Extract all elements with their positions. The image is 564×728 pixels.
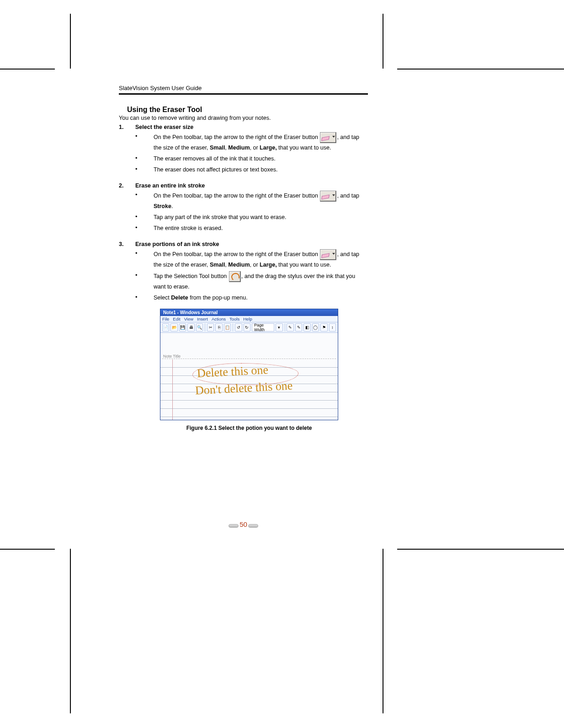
bullet-marker: • — [135, 224, 154, 233]
toolbar-eraser-icon: ◧ — [303, 323, 310, 332]
instruction-steps: 1.Select the eraser size•On the Pen tool… — [119, 124, 368, 302]
content-area: SlateVision System User Guide Using the … — [119, 85, 368, 431]
step-heading: 3.Erase portions of an ink stroke — [119, 241, 368, 247]
bullet-text: On the Pen toolbar, tap the arrow to the… — [154, 132, 368, 152]
crop-mark — [397, 549, 564, 550]
toolbar-cut-icon: ✂ — [207, 323, 214, 332]
indent — [119, 191, 135, 211]
toolbar-lasso-icon: ◯ — [312, 323, 319, 332]
journal-titlebar: Note1 - Windows Journal — [160, 309, 338, 316]
indent — [119, 154, 135, 163]
bullet-text: Tap the Selection Tool button , and the … — [154, 271, 368, 291]
journal-menubar: FileEditViewInsertActionsToolsHelp — [160, 316, 338, 322]
journal-menu-item: Edit — [173, 316, 180, 321]
bullet-text-tail: Select Delete from the pop-up menu. — [154, 294, 248, 301]
indent — [119, 132, 135, 152]
toolbar-find-icon: 🔍 — [196, 323, 203, 332]
step-number: 2. — [119, 182, 135, 189]
journal-menu-item: Tools — [229, 316, 239, 321]
toolbar-flag-icon: ⚑ — [320, 323, 327, 332]
step-title: Erase portions of an ink stroke — [135, 241, 219, 247]
journal-note-title-label: Note Title — [163, 354, 181, 359]
bullet-marker: • — [135, 165, 154, 174]
figure-block: Note1 - Windows Journal FileEditViewInse… — [160, 309, 338, 431]
windows-journal-window: Note1 - Windows Journal FileEditViewInse… — [160, 309, 338, 420]
bullet-text: The eraser removes all of the ink that i… — [154, 154, 368, 163]
bullet-text: The eraser does not affect pictures or t… — [154, 165, 368, 174]
toolbar-new-icon: 📄 — [162, 323, 169, 332]
journal-menu-item: Help — [243, 316, 252, 321]
step-bullet: •The eraser does not affect pictures or … — [119, 165, 368, 174]
step-heading: 1.Select the eraser size — [119, 124, 368, 130]
journal-menu-item: Insert — [197, 316, 208, 321]
indent — [119, 213, 135, 222]
bullet-text-tail: , and the drag the stylus over the ink t… — [154, 273, 355, 290]
toolbar-undo-icon: ↺ — [235, 323, 242, 332]
toolbar-print-icon: 🖶 — [187, 323, 194, 332]
journal-menu-item: View — [184, 316, 193, 321]
eraser-button-icon — [320, 132, 336, 143]
document-page: SlateVision System User Guide Using the … — [0, 0, 564, 728]
bullet-marker: • — [135, 213, 154, 222]
eraser-button-icon — [320, 249, 336, 260]
journal-paper: Note Title Delete this one Don't delete … — [160, 333, 338, 420]
bullet-marker: • — [135, 132, 154, 152]
page-number: 50 — [239, 520, 247, 528]
step-bullet: •The eraser removes all of the ink that … — [119, 154, 368, 163]
toolbar-paste-icon: 📋 — [224, 323, 231, 332]
bullet-marker: • — [135, 271, 154, 291]
bullet-text: Tap any part of the ink stroke that you … — [154, 213, 368, 222]
crop-mark — [383, 549, 383, 713]
eraser-button-icon — [320, 191, 336, 202]
bullet-marker: • — [135, 293, 154, 302]
crop-mark — [70, 549, 71, 713]
journal-title-divider — [162, 359, 336, 359]
section-title: Using the Eraser Tool — [127, 106, 368, 114]
crop-mark — [0, 69, 55, 70]
toolbar-zoom-select: Page Width — [252, 323, 274, 332]
toolbar-separator — [285, 323, 285, 332]
toolbar-highlighter-icon: ✎ — [295, 323, 302, 332]
step-title: Erase an entire ink stroke — [135, 182, 205, 189]
step-number: 3. — [119, 241, 135, 247]
bullet-text: On the Pen toolbar, tap the arrow to the… — [154, 191, 368, 211]
toolbar-insert-space-icon: ↕ — [329, 323, 336, 332]
toolbar-pen-icon: ✎ — [287, 323, 293, 332]
running-header: SlateVision System User Guide — [119, 85, 368, 93]
step-bullet: •On the Pen toolbar, tap the arrow to th… — [119, 249, 368, 269]
toolbar-separator — [205, 323, 205, 332]
step-bullet: •Select Delete from the pop-up menu. — [119, 293, 368, 302]
page-number-ornament: 50 — [229, 520, 258, 529]
toolbar-zoom-dropdown-icon: ▾ — [276, 323, 282, 332]
bullet-marker: • — [135, 191, 154, 211]
indent — [119, 249, 135, 269]
journal-menu-item: File — [162, 316, 169, 321]
bullet-marker: • — [135, 249, 154, 269]
toolbar-separator — [233, 323, 233, 332]
step-bullet: •The entire stroke is erased. — [119, 224, 368, 233]
step-heading: 2.Erase an entire ink stroke — [119, 182, 368, 189]
toolbar-save-icon: 💾 — [179, 323, 186, 332]
step-bullet: •Tap the Selection Tool button , and the… — [119, 271, 368, 291]
step-bullet: •Tap any part of the ink stroke that you… — [119, 213, 368, 222]
toolbar-copy-icon: ⎘ — [215, 323, 222, 332]
journal-menu-item: Actions — [212, 316, 226, 321]
toolbar-open-icon: 📂 — [170, 323, 177, 332]
crop-mark — [397, 69, 564, 70]
intro-text: You can use to remove writing and drawin… — [119, 115, 368, 121]
bullet-text: Select Delete from the pop-up menu. — [154, 293, 368, 302]
crop-mark — [0, 549, 55, 550]
indent — [119, 165, 135, 174]
bullet-marker: • — [135, 154, 154, 163]
indent — [119, 224, 135, 233]
toolbar-redo-icon: ↻ — [244, 323, 250, 332]
journal-toolbar: 📄 📂 💾 🖶 🔍 ✂ ⎘ 📋 ↺ ↻ Page Width ▾ ✎ — [160, 322, 338, 333]
bullet-text: The entire stroke is erased. — [154, 224, 368, 233]
header-rule — [119, 93, 368, 95]
indent — [119, 271, 135, 291]
crop-mark — [70, 14, 71, 69]
indent — [119, 293, 135, 302]
page-footer: 50 — [119, 520, 368, 529]
step-number: 1. — [119, 124, 135, 130]
figure-caption: Figure 6.2.1 Select the potion you want … — [160, 425, 338, 431]
